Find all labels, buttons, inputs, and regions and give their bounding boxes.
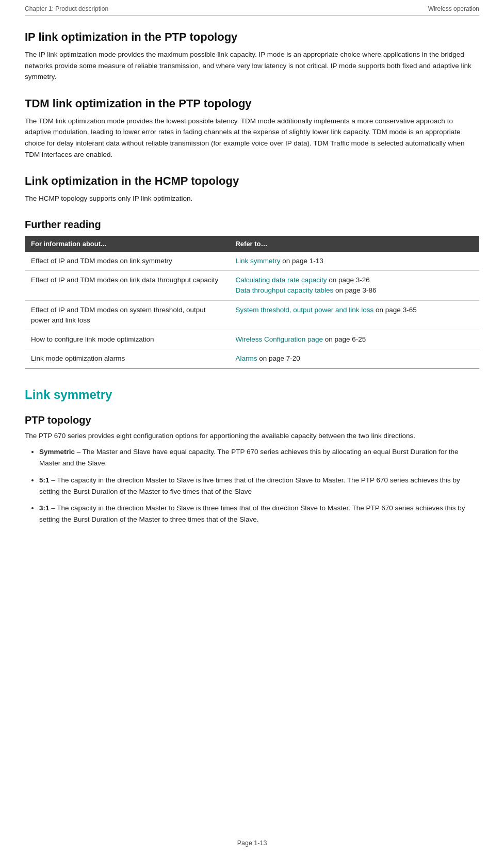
link-ref[interactable]: System threshold, output power and link … [235, 306, 373, 314]
table-cell-info: Effect of IP and TDM modes on link data … [25, 271, 229, 301]
link-ref-extra[interactable]: Data throughput capacity tables [235, 286, 333, 294]
bullet-term: Symmetric [39, 448, 75, 456]
table-cell-ref: System threshold, output power and link … [229, 300, 479, 330]
table-cell-ref: Alarms on page 7-20 [229, 349, 479, 368]
table-header-row: For information about... Refer to… [25, 236, 479, 252]
table-row: Effect of IP and TDM modes on link data … [25, 271, 479, 301]
page-header: Chapter 1: Product description Wireless … [25, 0, 479, 15]
header-right: Wireless operation [428, 5, 479, 12]
tdm-link-optimization-title: TDM link optimization in the PTP topolog… [25, 97, 479, 110]
further-reading-table: For information about... Refer to… Effec… [25, 236, 479, 369]
table-cell-info: Effect of IP and TDM modes on system thr… [25, 300, 229, 330]
hcmp-link-optimization-body: The HCMP topology supports only IP link … [25, 193, 479, 204]
bullet-term: 3:1 [39, 504, 50, 512]
list-item: 5:1 – The capacity in the direction Mast… [39, 475, 479, 498]
page-number: Page 1-13 [237, 839, 267, 847]
table-cell-info: Link mode optimization alarms [25, 349, 229, 368]
table-row: How to configure link mode optimizationW… [25, 330, 479, 349]
table-row: Effect of IP and TDM modes on link symme… [25, 252, 479, 271]
link-ref[interactable]: Link symmetry [235, 257, 280, 265]
table-cell-info: How to configure link mode optimization [25, 330, 229, 349]
table-cell-ref: Link symmetry on page 1-13 [229, 252, 479, 271]
ptp-topology-subtitle: PTP topology [25, 414, 479, 426]
list-item: Symmetric – The Master and Slave have eq… [39, 446, 479, 470]
ip-link-optimization-body: The IP link optimization mode provides t… [25, 49, 479, 83]
link-ref[interactable]: Alarms [235, 354, 257, 362]
table-cell-info: Effect of IP and TDM modes on link symme… [25, 252, 229, 271]
main-content: IP link optimization in the PTP topology… [25, 16, 479, 526]
link-symmetry-bullets: Symmetric – The Master and Slave have eq… [25, 446, 479, 526]
table-col2-header: Refer to… [229, 236, 479, 252]
further-reading-title: Further reading [25, 219, 479, 231]
table-row: Effect of IP and TDM modes on system thr… [25, 300, 479, 330]
bullet-term: 5:1 [39, 476, 50, 484]
page-footer: Page 1-13 [0, 839, 504, 847]
link-symmetry-intro: The PTP 670 series provides eight config… [25, 430, 479, 442]
hcmp-link-optimization-title: Link optimization in the HCMP topology [25, 174, 479, 188]
page-container: Chapter 1: Product description Wireless … [0, 0, 504, 856]
table-row: Link mode optimization alarmsAlarms on p… [25, 349, 479, 368]
link-symmetry-main-title: Link symmetry [25, 387, 479, 402]
header-left: Chapter 1: Product description [25, 5, 108, 12]
link-ref[interactable]: Calculating data rate capacity [235, 276, 327, 284]
table-cell-ref: Wireless Configuration page on page 6-25 [229, 330, 479, 349]
table-col1-header: For information about... [25, 236, 229, 252]
table-cell-ref: Calculating data rate capacity on page 3… [229, 271, 479, 301]
link-ref[interactable]: Wireless Configuration page [235, 335, 323, 343]
ip-link-optimization-title: IP link optimization in the PTP topology [25, 30, 479, 44]
tdm-link-optimization-body: The TDM link optimization mode provides … [25, 116, 479, 160]
list-item: 3:1 – The capacity in the direction Mast… [39, 503, 479, 526]
